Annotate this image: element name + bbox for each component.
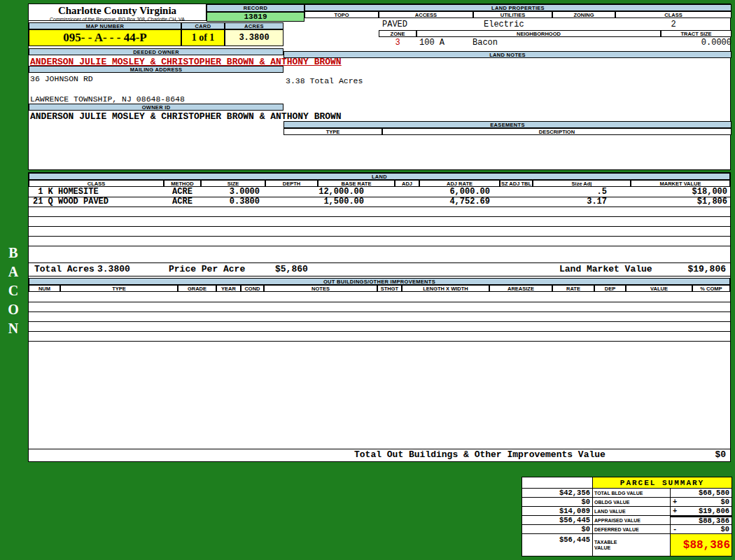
ob-empty-row xyxy=(29,302,730,312)
price-per-acre-value: $5,860 xyxy=(275,263,308,276)
taxable-value-label: TAXABLE VALUE xyxy=(593,534,670,556)
land-panel: LAND CLASS METHOD SIZE DEPTH BASE RATE A… xyxy=(28,172,731,462)
land-col-adj-rate: ADJ RATE xyxy=(419,180,500,187)
land-row2-adj-rate: 4,752.69 xyxy=(419,197,500,206)
ob-empty-row xyxy=(29,292,730,302)
mailing-address-line1: 36 JOHNSON RD xyxy=(30,74,93,83)
land-row1-adj-rate: 6,000.00 xyxy=(419,187,500,197)
land-empty-row xyxy=(29,216,730,227)
acres-label: ACRES xyxy=(225,22,284,29)
ob-col-type: TYPE xyxy=(60,285,178,292)
land-notes-label: LAND NOTES xyxy=(284,51,732,58)
ob-col-cond: COND xyxy=(241,285,264,292)
land-row2-method: ACRE xyxy=(164,197,201,206)
value: $88,386 xyxy=(699,517,729,524)
ob-empty-row xyxy=(29,321,730,332)
county-box: Charlotte County Virginia Commissioner o… xyxy=(29,4,206,21)
parcel-summary-spacer xyxy=(522,477,592,488)
class-value: 2 xyxy=(615,20,732,29)
acres-value: 3.3800 xyxy=(225,29,284,46)
neighborhood-label: NEIGHBORHOOD xyxy=(416,30,661,37)
land-col-method: METHOD xyxy=(164,180,201,187)
assessment-record-screen: BACON Charlotte County Virginia Commissi… xyxy=(0,0,735,560)
neighborhood-name: Bacon xyxy=(472,38,498,48)
out-buildings-section-label: OUT BUILDINGS/OTHER IMPROVEMENTS xyxy=(29,278,730,285)
taxable-value: $88,386 xyxy=(671,534,732,556)
appraised-value: $88,386 xyxy=(671,516,732,524)
ob-col-grade: GRADE xyxy=(178,285,216,292)
ob-col-sthgt: STHGT xyxy=(377,285,402,292)
deferred-value-label: DEFERRED VALUE xyxy=(593,525,670,533)
easements-label: EASEMENTS xyxy=(284,121,732,128)
value: $0 xyxy=(720,498,729,506)
deeded-owner-label: DEEDED OWNER xyxy=(29,48,284,55)
class-label: CLASS xyxy=(615,11,732,18)
total-bldg-value: $68,580 xyxy=(671,489,732,497)
ob-col-areasize: AREASIZE xyxy=(489,285,552,292)
price-per-acre-label: Price Per Acre xyxy=(169,263,245,276)
tract-size-label: TRACT SIZE xyxy=(661,30,732,37)
ob-col-rate: RATE xyxy=(552,285,594,292)
ob-col-pct-comp: % COMP xyxy=(692,285,730,292)
land-empty-row xyxy=(29,236,730,246)
ob-col-year: YEAR xyxy=(216,285,241,292)
total-bldg-value-label: TOTAL BLDG VALUE xyxy=(593,489,670,497)
land-row1-market-value: $18,000 xyxy=(631,187,730,197)
ob-empty-row xyxy=(29,331,730,342)
land-col-class: CLASS xyxy=(29,180,164,187)
appraised-value-label: APPRAISED VALUE xyxy=(593,516,670,524)
zone-label: ZONE xyxy=(379,30,416,37)
land-col-sz-adj-tbl: SZ ADJ TBL xyxy=(500,180,533,187)
land-notes-value: 3.38 Total Acres xyxy=(286,76,363,85)
land-row1-base-rate: 12,000.00 xyxy=(318,187,395,197)
land-market-value: $19,806 xyxy=(687,263,726,276)
record-value: 13819 xyxy=(206,12,304,22)
map-number-label: MAP NUMBER xyxy=(29,22,181,29)
land-row1-size: 3.0000 xyxy=(201,187,265,197)
deferred-value: -$0 xyxy=(671,525,732,533)
zone-value: 3 xyxy=(379,38,416,48)
ob-col-dep: DEP xyxy=(594,285,626,292)
prior-land-value: $14,089 xyxy=(522,507,592,515)
zoning-label: ZONING xyxy=(552,11,615,18)
land-row1-method: ACRE xyxy=(164,187,201,197)
utilities-value: Electric xyxy=(484,20,524,29)
easement-type-label: TYPE xyxy=(284,128,382,135)
land-value-label: LAND VALUE xyxy=(593,507,670,515)
land-table-header: CLASS METHOD SIZE DEPTH BASE RATE ADJ AD… xyxy=(29,180,730,187)
card-label: CARD xyxy=(181,22,225,29)
value: $19,806 xyxy=(699,507,729,515)
utilities-label: UTILITIES xyxy=(473,11,552,18)
county-title: Charlotte County Virginia xyxy=(29,5,206,17)
land-row2-size-adj: 3.17 xyxy=(533,197,631,206)
prior-obldg-value: $0 xyxy=(522,498,592,506)
land-row2-size: 0.3800 xyxy=(201,197,265,206)
land-table-row: 21 Q WOOD PAVED ACRE 0.3800 1,500.00 4,7… xyxy=(29,197,730,207)
topo-label: TOPO xyxy=(304,11,379,18)
ob-empty-row xyxy=(29,312,730,322)
access-label: ACCESS xyxy=(379,11,473,18)
tract-size-value: 0.0000 xyxy=(661,38,735,48)
easement-description-label: DESCRIPTION xyxy=(382,128,732,135)
ob-col-length-width: LENGTH X WIDTH xyxy=(402,285,489,292)
zone-neighborhood-columns: ZONE NEIGHBORHOOD TRACT SIZE xyxy=(379,30,732,37)
land-col-base-rate: BASE RATE xyxy=(318,180,395,187)
ob-col-notes: NOTES xyxy=(264,285,377,292)
obldg-value-label: OBLDG VALUE xyxy=(593,498,670,506)
owner-id-label: OWNER ID xyxy=(29,104,284,111)
op: + xyxy=(673,498,677,506)
op: - xyxy=(673,525,677,533)
op: + xyxy=(673,507,677,515)
owner-id-value: ANDERSON JULIE MOSLEY & CHRISTOPHER BROW… xyxy=(30,111,342,122)
out-buildings-header: NUM TYPE GRADE YEAR COND NOTES STHGT LEN… xyxy=(29,285,730,292)
land-col-depth: DEPTH xyxy=(265,180,318,187)
land-row1-class: 1 K HOMESITE xyxy=(29,187,164,197)
card-value: 1 of 1 xyxy=(181,29,225,46)
land-row2-base-rate: 1,500.00 xyxy=(318,197,395,206)
land-table-row: 1 K HOMESITE ACRE 3.0000 12,000.00 6,000… xyxy=(29,187,730,197)
parcel-summary-title: PARCEL SUMMARY xyxy=(593,477,732,488)
mailing-address-line2: LAWRENCE TOWNSHIP, NJ 08648-8648 xyxy=(30,94,185,104)
mailing-address-label: MAILING ADDRESS xyxy=(29,66,284,73)
out-buildings-total-value: $0 xyxy=(715,449,726,461)
land-row2-market-value: $1,806 xyxy=(631,197,730,206)
